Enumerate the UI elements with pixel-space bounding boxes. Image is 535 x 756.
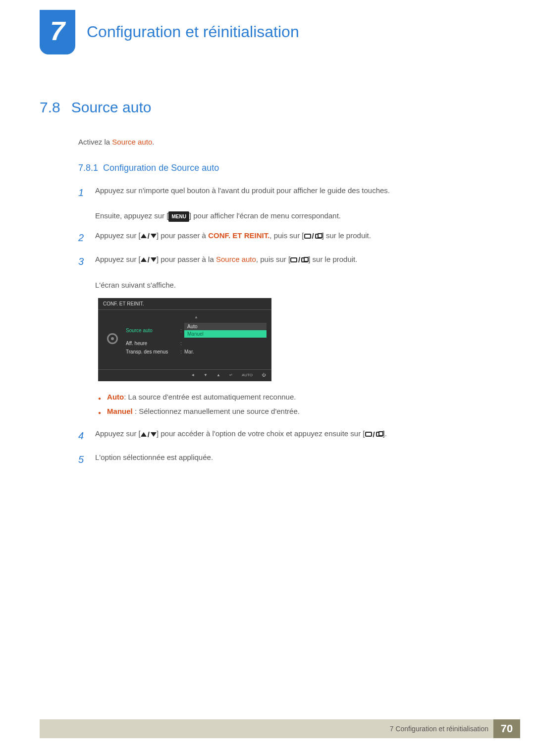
bullet-dot-icon: ● (98, 408, 101, 419)
osd-label: Aff. heure (126, 341, 180, 346)
t: Appuyez sur [ (95, 231, 141, 240)
bullet-dot-icon: ● (98, 394, 101, 404)
bullet-desc: : Sélectionnez manuellement une source d… (133, 407, 300, 415)
footer-text: 7 Configuration et réinitialisation (390, 725, 488, 733)
section-title: Source auto (71, 99, 152, 116)
step1-text-b-post: ] pour afficher l'écran de menu correspo… (189, 211, 341, 220)
t-hl: CONF. ET REINIT. (208, 231, 269, 240)
osd-value: Mar. (184, 349, 194, 354)
t: ] pour accéder à l'option de votre choix… (157, 429, 365, 438)
osd-body: ▲ Source auto : Auto Manuel Aff. heure : (98, 310, 271, 369)
page: 7 Configuration et réinitialisation 7.8 … (40, 10, 520, 756)
nav-auto-label: AUTO (242, 373, 253, 377)
osd-list: ▲ Source auto : Auto Manuel Aff. heure : (126, 315, 267, 362)
osd-footer: ◄ ▼ ▲ ↵ AUTO ⏻ (98, 369, 271, 378)
osd-dropdown-item: Auto (184, 323, 267, 330)
enter-source-icon: / (304, 230, 322, 243)
step1-text-b-pre: Ensuite, appuyez sur [ (95, 211, 168, 220)
osd-row-source-auto: Source auto : Auto Manuel (126, 321, 267, 339)
chapter-badge: 7 (40, 10, 75, 54)
t-hl: Source auto (216, 255, 256, 263)
section-number: 7.8 (40, 99, 60, 116)
t: ]. (383, 429, 387, 438)
step3-below: L'écran suivant s'affiche. (95, 281, 176, 289)
gear-icon (107, 333, 118, 344)
t: ] sur le produit. (322, 231, 371, 240)
step-body: Appuyez sur [/] pour accéder à l'option … (95, 427, 510, 444)
osd-dropdown-item: Manuel (184, 330, 267, 338)
t: ] pour passer à (157, 231, 208, 240)
intro-suffix: . (152, 138, 154, 146)
t: , puis sur [ (256, 255, 290, 263)
subsection-title: Configuration de Source auto (103, 163, 219, 173)
step1-text-a: Appuyez sur n'importe quel bouton à l'av… (95, 186, 390, 195)
up-down-arrow-icon: / (141, 253, 157, 266)
chapter-title: Configuration et réinitialisation (87, 23, 299, 41)
section: 7.8 Source auto Activez la Source auto. … (40, 99, 510, 475)
t: Appuyez sur [ (95, 429, 141, 438)
steps-list: 1 Appuyez sur n'importe quel bouton à l'… (78, 184, 510, 291)
footer-page-number: 70 (493, 719, 520, 738)
step-number: 2 (78, 229, 87, 246)
option-bullets: ● Auto: La source d'entrée est automatiq… (98, 390, 510, 418)
step-2: 2 Appuyez sur [/] pour passer à CONF. ET… (78, 229, 510, 246)
bullet-label: Manuel (107, 407, 133, 415)
colon: : (180, 328, 184, 333)
colon: : (180, 341, 184, 346)
t: ] pour passer à la (157, 255, 216, 263)
bullet-auto: ● Auto: La source d'entrée est automatiq… (98, 390, 510, 404)
step-3: 3 Appuyez sur [/] pour passer à la Sourc… (78, 253, 510, 292)
step-number: 1 (78, 184, 87, 222)
step-body: L'option sélectionnée est appliquée. (95, 451, 510, 468)
t: L'option sélectionnée est appliquée. (95, 453, 213, 461)
t: Appuyez sur [ (95, 255, 141, 263)
osd-sidebar (103, 315, 122, 362)
steps-list-cont: 4 Appuyez sur [/] pour accéder à l'optio… (78, 427, 510, 468)
subsection-number: 7.8.1 (78, 163, 98, 173)
step-1: 1 Appuyez sur n'importe quel bouton à l'… (78, 184, 510, 222)
step-5: 5 L'option sélectionnée est appliquée. (78, 451, 510, 468)
colon: : (180, 349, 184, 354)
step-body: Appuyez sur [/] pour passer à CONF. ET R… (95, 229, 510, 246)
section-intro: Activez la Source auto. (78, 138, 510, 146)
bullet-manuel: ● Manuel : Sélectionnez manuellement une… (98, 404, 510, 419)
nav-down-icon: ▼ (204, 373, 208, 377)
step-number: 5 (78, 451, 87, 468)
step-4: 4 Appuyez sur [/] pour accéder à l'optio… (78, 427, 510, 444)
osd-title: CONF. ET REINIT. (98, 298, 271, 310)
t: ] sur le produit. (308, 255, 357, 263)
bullet-label: Auto (107, 393, 124, 401)
bullet-text: Auto: La source d'entrée est automatique… (107, 390, 296, 404)
section-heading: 7.8 Source auto (40, 99, 510, 116)
menu-icon: MENU (168, 211, 189, 222)
bullet-text: Manuel : Sélectionnez manuellement une s… (107, 404, 300, 419)
t: , puis sur [ (269, 231, 304, 240)
footer-bar: 7 Configuration et réinitialisation 70 (40, 719, 520, 738)
caret-up-icon: ▲ (126, 315, 267, 319)
enter-source-icon: / (290, 253, 308, 266)
nav-left-icon: ◄ (191, 373, 195, 377)
step-body: Appuyez sur [/] pour passer à la Source … (95, 253, 510, 292)
nav-up-icon: ▲ (216, 373, 220, 377)
subsection-heading: 7.8.1 Configuration de Source auto (78, 163, 510, 173)
intro-prefix: Activez la (78, 138, 112, 146)
nav-enter-icon: ↵ (229, 373, 233, 377)
step-number: 4 (78, 427, 87, 444)
chapter-number: 7 (50, 15, 65, 46)
up-down-arrow-icon: / (141, 428, 157, 441)
osd-label: Transp. des menus (126, 349, 180, 354)
osd-row-aff-heure: Aff. heure : (126, 339, 267, 348)
step-number: 3 (78, 253, 87, 292)
osd-label: Source auto (126, 328, 180, 333)
up-down-arrow-icon: / (141, 230, 157, 243)
osd-dropdown: Auto Manuel (184, 323, 267, 338)
intro-highlight: Source auto (112, 138, 152, 146)
bullet-desc: : La source d'entrée est automatiquement… (124, 393, 296, 401)
enter-source-icon: / (365, 428, 383, 441)
step-body: Appuyez sur n'importe quel bouton à l'av… (95, 184, 510, 222)
osd-screenshot: CONF. ET REINIT. ▲ Source auto : Auto Ma… (98, 298, 271, 381)
osd-row-transp: Transp. des menus : Mar. (126, 348, 267, 356)
power-icon: ⏻ (262, 373, 266, 377)
